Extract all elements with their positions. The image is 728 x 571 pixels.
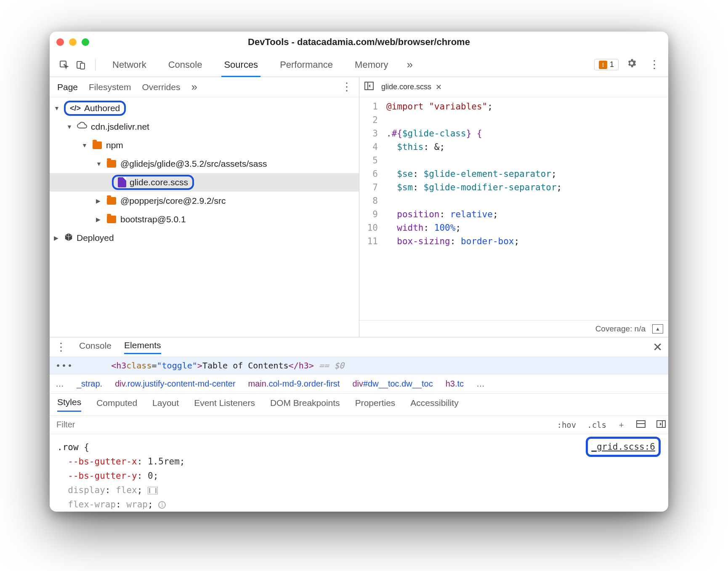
caret-right-icon: ▶ <box>96 197 103 204</box>
stab-accessibility[interactable]: Accessibility <box>410 398 458 411</box>
info-icon[interactable]: i <box>158 501 166 509</box>
editor-pane: glide.core.scss ✕ 1234567891011 @import … <box>359 77 668 337</box>
nav-tab-filesystem[interactable]: Filesystem <box>89 82 131 92</box>
device-toggle-icon[interactable] <box>74 58 88 72</box>
navigator-tabs: Page Filesystem Overrides » ⋮ <box>50 77 359 97</box>
cloud-icon <box>77 121 88 132</box>
nav-options-icon[interactable]: ⋮ <box>338 80 356 93</box>
folder-icon <box>107 216 116 223</box>
more-tabs-icon[interactable]: » <box>401 58 419 71</box>
caret-right-icon: ▶ <box>54 235 61 241</box>
tab-network[interactable]: Network <box>103 53 156 77</box>
tab-performance[interactable]: Performance <box>271 53 342 77</box>
crumb-ellipsis[interactable]: … <box>56 379 64 389</box>
tree-label: cdn.jsdelivr.net <box>91 122 149 132</box>
code-editor[interactable]: 1234567891011 @import "variables"; .#{$g… <box>359 97 668 320</box>
devtools-window: DevTools - datacadamia.com/web/browser/c… <box>50 32 668 512</box>
styles-tabs: Styles Computed Layout Event Listeners D… <box>50 394 668 416</box>
code-icon: </> <box>70 104 81 113</box>
styles-filter-bar: :hov .cls ＋ <box>50 416 668 434</box>
tree-label: npm <box>106 140 123 150</box>
tree-label: Authored <box>84 103 120 113</box>
tree-item-authored[interactable]: ▼ </> Authored <box>50 99 359 117</box>
caret-down-icon: ▼ <box>96 160 103 167</box>
stab-dom-breakpoints[interactable]: DOM Breakpoints <box>270 398 340 411</box>
code-content: @import "variables"; .#{$glide-class} { … <box>382 97 668 320</box>
stab-event-listeners[interactable]: Event Listeners <box>194 398 255 411</box>
drawer-tab-console[interactable]: Console <box>79 341 112 353</box>
titlebar: DevTools - datacadamia.com/web/browser/c… <box>50 32 668 53</box>
caret-down-icon: ▼ <box>82 142 88 149</box>
more-options-icon[interactable]: ⋮ <box>645 58 664 71</box>
tree-item-bootstrap[interactable]: ▶ bootstrap@5.0.1 <box>50 210 359 229</box>
stab-properties[interactable]: Properties <box>355 398 396 411</box>
folder-icon <box>107 197 116 205</box>
separator <box>95 59 96 71</box>
inspect-icon[interactable] <box>57 58 71 72</box>
settings-icon[interactable] <box>622 58 641 72</box>
source-link[interactable]: _grid.scss:6 <box>586 437 661 457</box>
computed-styles-icon[interactable] <box>634 420 648 430</box>
expand-icon[interactable]: ▲ <box>652 324 663 334</box>
crumb-item[interactable]: div#dw__toc.dw__toc <box>352 379 433 389</box>
tab-console[interactable]: Console <box>159 53 212 77</box>
tree-label: @popperjs/core@2.9.2/src <box>120 196 226 206</box>
nav-tab-overrides[interactable]: Overrides <box>142 82 180 92</box>
tree-item-deployed[interactable]: ▶ Deployed <box>50 229 359 247</box>
crumb-item[interactable]: _strap. <box>77 379 102 389</box>
issues-count: 1 <box>610 60 614 69</box>
stab-layout[interactable]: Layout <box>152 398 179 411</box>
toggle-sidebar-icon[interactable] <box>654 420 668 430</box>
drawer-tab-elements[interactable]: Elements <box>124 340 161 354</box>
issues-badge[interactable]: ! 1 <box>594 59 619 70</box>
tree-item-glidefile[interactable]: glide.core.scss <box>50 173 359 192</box>
flex-badge-icon[interactable] <box>148 487 158 494</box>
warning-icon: ! <box>599 61 607 69</box>
caret-down-icon: ▼ <box>54 105 61 112</box>
dom-selected-row[interactable]: ••• <h3 class="toggle">Table of Contents… <box>50 357 668 374</box>
tree-item-cdn[interactable]: ▼ cdn.jsdelivr.net <box>50 117 359 136</box>
coverage-label: Coverage: n/a <box>595 324 646 334</box>
nav-tab-page[interactable]: Page <box>57 82 78 92</box>
tree-item-popper[interactable]: ▶ @popperjs/core@2.9.2/src <box>50 192 359 210</box>
crumb-item[interactable]: main.col-md-9.order-first <box>248 379 340 389</box>
styles-filter-input[interactable] <box>50 416 548 434</box>
tree-label: Deployed <box>77 233 114 243</box>
source-tree: ▼ </> Authored ▼ cdn.jsdelivr.net ▼ <box>50 97 359 337</box>
tree-label: bootstrap@5.0.1 <box>120 214 186 224</box>
tab-sources[interactable]: Sources <box>215 53 267 77</box>
show-navigator-icon[interactable] <box>364 82 374 92</box>
folder-icon <box>93 141 102 149</box>
tree-item-glidepath[interactable]: ▼ @glidejs/glide@3.5.2/src/assets/sass <box>50 155 359 173</box>
nav-more-tabs-icon[interactable]: » <box>191 80 197 93</box>
cls-button[interactable]: .cls <box>585 420 609 430</box>
stab-styles[interactable]: Styles <box>57 397 81 412</box>
folder-icon <box>107 160 116 168</box>
svg-rect-2 <box>80 63 85 69</box>
tree-label: glide.core.scss <box>130 177 188 187</box>
close-drawer-icon[interactable]: ✕ <box>653 340 662 354</box>
navigator-pane: Page Filesystem Overrides » ⋮ ▼ </> Auth… <box>50 77 359 337</box>
tree-item-npm[interactable]: ▼ npm <box>50 136 359 155</box>
styles-rule: _grid.scss:6 .row { --bs-gutter-x: 1.5re… <box>50 434 668 512</box>
crumb-ellipsis[interactable]: … <box>476 379 485 389</box>
editor-tabs: glide.core.scss ✕ <box>359 77 668 97</box>
crumb-item[interactable]: div.row.justify-content-md-center <box>115 379 235 389</box>
breadcrumb: … _strap. div.row.justify-content-md-cen… <box>50 374 668 394</box>
file-icon <box>118 177 126 187</box>
tab-memory[interactable]: Memory <box>345 53 397 77</box>
caret-right-icon: ▶ <box>96 216 103 223</box>
new-rule-icon[interactable]: ＋ <box>615 419 628 430</box>
drawer-options-icon[interactable]: ⋮ <box>56 341 66 354</box>
ellipsis-icon: ••• <box>56 360 73 371</box>
stab-computed[interactable]: Computed <box>96 398 137 411</box>
editor-tab[interactable]: glide.core.scss ✕ <box>379 83 444 92</box>
crumb-item[interactable]: h3.tc <box>446 379 464 389</box>
window-title: DevTools - datacadamia.com/web/browser/c… <box>50 37 668 48</box>
tree-label: @glidejs/glide@3.5.2/src/assets/sass <box>120 159 267 169</box>
drawer: ⋮ Console Elements ✕ ••• <h3 class="togg… <box>50 337 668 512</box>
hov-button[interactable]: :hov <box>554 420 579 430</box>
close-tab-icon[interactable]: ✕ <box>436 83 442 92</box>
drawer-tabs: ⋮ Console Elements ✕ <box>50 337 668 357</box>
coverage-bar: Coverage: n/a ▲ <box>359 320 668 337</box>
